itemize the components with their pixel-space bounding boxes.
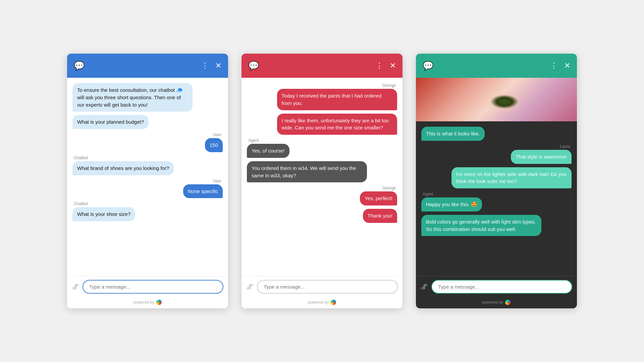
menu-dots-icon[interactable]: ⋮ — [550, 61, 557, 70]
chat-image-banner — [416, 78, 577, 121]
message-bubble: 150 — [205, 138, 223, 152]
message-bubble: Thank you! — [363, 209, 397, 223]
sender-label: Chatbot — [72, 201, 89, 206]
message-bubble: To ensure the best consultation, our cha… — [72, 83, 193, 112]
powered-by-bar: powered by — [241, 297, 402, 308]
message-bubble: Yes, perfect! — [360, 191, 397, 205]
message-bubble: You ordered them in w34. We will send yo… — [247, 161, 367, 183]
message-row: GeorgeYes, perfect! — [247, 186, 397, 205]
close-icon[interactable]: ✕ — [215, 61, 221, 70]
attach-icon[interactable]: 🖇 — [421, 283, 428, 291]
chat-body-teal-chat: This is what it looks like.LauraThat sty… — [416, 121, 577, 276]
chat-bubble-icon: 💬 — [423, 61, 433, 71]
chat-body-red-chat: GeorgeToday I received the pants that I … — [241, 78, 402, 276]
message-row: You ordered them in w34. We will send yo… — [247, 161, 397, 183]
chat-bubble-icon: 💬 — [248, 61, 259, 71]
sender-label: George — [381, 83, 397, 88]
brand-spinner-icon — [505, 300, 511, 305]
message-row: ChatbotWhat brand of shoes are you looki… — [72, 156, 223, 175]
message-bubble: Bold colors go generally well with light… — [421, 215, 541, 236]
chat-bubble-icon: 💬 — [74, 61, 85, 71]
chat-header-red-chat: 💬 ⋮ ✕ — [241, 54, 402, 78]
chat-window-teal-chat: 💬 ⋮ ✕ This is what it looks like.LauraTh… — [416, 54, 577, 308]
message-row: I'm more on the lighter side with dark h… — [421, 167, 572, 189]
attach-icon[interactable]: 🖇 — [72, 283, 79, 291]
powered-by-label: powered by — [308, 300, 329, 305]
chat-body-blue-chat: To ensure the best consultation, our cha… — [67, 78, 228, 276]
message-bubble: What is your shoe size? — [72, 207, 135, 221]
menu-dots-icon[interactable]: ⋮ — [376, 61, 383, 70]
message-row: This is what it looks like. — [421, 127, 572, 141]
chat-footer-teal-chat: 🖇 — [416, 276, 577, 297]
close-icon[interactable]: ✕ — [564, 61, 570, 70]
menu-dots-icon[interactable]: ⋮ — [201, 61, 209, 70]
sender-label: Chatbot — [72, 156, 89, 160]
message-bubble: None specific — [183, 184, 223, 198]
powered-by-bar: powered by — [67, 297, 228, 308]
chat-header-blue-chat: 💬 ⋮ ✕ — [67, 54, 228, 78]
message-bubble: What brand of shoes are you looking for? — [72, 161, 174, 175]
message-bubble: Yes, of course! — [247, 144, 289, 158]
powered-by-bar: powered by — [416, 297, 577, 308]
sender-label: User — [212, 179, 223, 183]
message-row: To ensure the best consultation, our cha… — [72, 83, 223, 112]
message-input[interactable] — [431, 280, 572, 294]
message-input[interactable] — [83, 280, 223, 294]
powered-by-label: powered by — [133, 300, 154, 305]
attach-icon[interactable]: 🖇 — [246, 283, 254, 291]
chat-window-red-chat: 💬 ⋮ ✕ GeorgeToday I received the pants t… — [241, 54, 402, 308]
sender-label: George — [381, 186, 397, 190]
message-bubble: Today I received the pants that I had or… — [277, 89, 397, 110]
message-bubble: I'm more on the lighter side with dark h… — [451, 167, 572, 189]
message-row: What is your planned budget? — [72, 115, 223, 129]
message-row: AgentYes, of course! — [247, 138, 397, 158]
sender-label: Agent — [421, 192, 434, 196]
message-row: Bold colors go generally well with light… — [421, 215, 572, 236]
message-row: ChatbotWhat is your shoe size? — [72, 201, 223, 221]
message-row: Thank you! — [247, 209, 397, 223]
message-row: AgentHappy you like this. 🤩 — [421, 192, 572, 212]
message-bubble: What is your planned budget? — [72, 115, 149, 129]
powered-by-label: powered by — [482, 300, 503, 305]
message-input[interactable] — [257, 280, 398, 294]
brand-spinner-icon — [331, 300, 336, 305]
message-row: GeorgeToday I received the pants that I … — [247, 83, 397, 110]
message-row: I really like them, unfortunately they a… — [247, 114, 397, 135]
chat-footer-red-chat: 🖇 — [241, 276, 402, 297]
chat-window-blue-chat: 💬 ⋮ ✕ To ensure the best consultation, o… — [67, 54, 228, 308]
sender-label: User — [212, 132, 223, 137]
message-bubble: Happy you like this. 🤩 — [421, 197, 482, 212]
brand-spinner-icon — [156, 300, 162, 305]
message-bubble: I really like them, unfortunately they a… — [277, 114, 397, 135]
chat-footer-blue-chat: 🖇 — [67, 276, 228, 297]
close-icon[interactable]: ✕ — [390, 61, 396, 70]
message-bubble: That style is awesome! — [511, 150, 572, 164]
message-row: UserNone specific — [72, 179, 223, 198]
message-bubble: This is what it looks like. — [421, 127, 485, 141]
message-row: LauraThat style is awesome! — [421, 144, 572, 164]
message-row: User150 — [72, 132, 223, 152]
sender-label: Agent — [247, 138, 260, 143]
chat-header-teal-chat: 💬 ⋮ ✕ — [416, 54, 577, 78]
sender-label: Laura — [558, 144, 572, 149]
